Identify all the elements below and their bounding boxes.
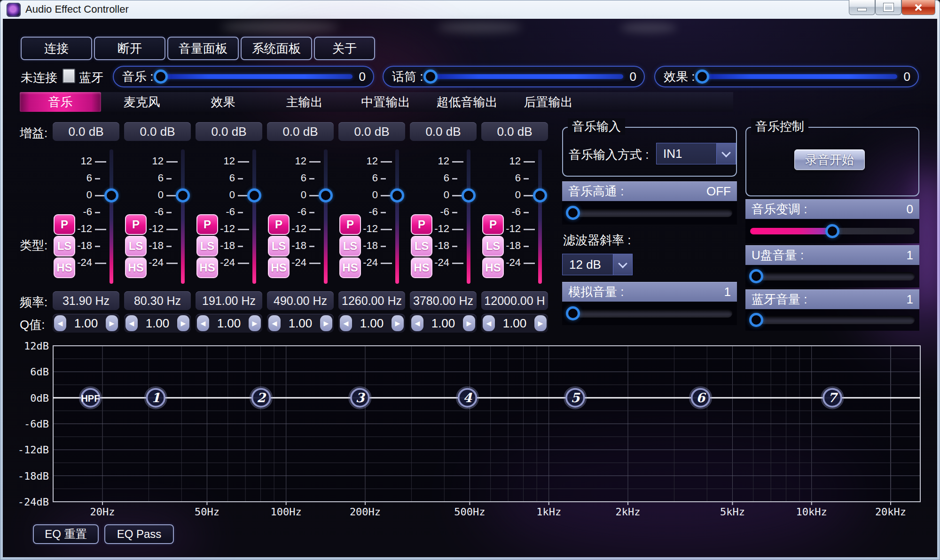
input-mode-select[interactable]: IN1 [656, 143, 736, 164]
usb-volume-slider-thumb[interactable] [749, 269, 763, 283]
band5-type-hs-button[interactable]: HS [339, 257, 361, 278]
analog-volume-slider-track[interactable] [567, 309, 732, 318]
band2-q-increment[interactable]: ▶ [177, 315, 189, 331]
eq-reset-button[interactable]: EQ 重置 [33, 524, 99, 544]
band2-type-ls-button[interactable]: LS [125, 236, 147, 257]
band7-gain-slider-thumb[interactable] [533, 188, 547, 202]
band6-gain-slider-thumb[interactable] [462, 188, 476, 202]
usb-volume-slider[interactable] [745, 265, 919, 288]
band6-type-ls-button[interactable]: LS [411, 236, 432, 257]
band4-q-increment[interactable]: ▶ [320, 315, 332, 331]
band6-type-p-button[interactable]: P [411, 214, 432, 235]
effect-slider-track[interactable] [702, 74, 897, 79]
band5-type-ls-button[interactable]: LS [339, 236, 361, 257]
band7-scale-label-0: 0 [485, 189, 521, 201]
band4-q-decrement[interactable]: ◀ [268, 315, 281, 331]
band4-gain-slider-track[interactable] [324, 149, 328, 284]
tab-中置输出[interactable]: 中置输出 [345, 92, 426, 112]
music-slider-track[interactable] [161, 74, 352, 79]
band1-q-increment[interactable]: ▶ [106, 315, 118, 331]
toolbar-button-1[interactable]: 连接 [21, 37, 92, 60]
band5-gain-slider-thumb[interactable] [390, 188, 404, 202]
band4-type-ls-button[interactable]: LS [268, 236, 290, 257]
highpass-label: 音乐高通 : [568, 183, 624, 200]
pitch-slider-thumb[interactable] [825, 224, 839, 238]
analog-volume-slider-thumb[interactable] [566, 306, 580, 320]
filter-slope-select[interactable]: 12 dB [562, 254, 633, 275]
band5-gain-slider-track[interactable] [395, 149, 399, 284]
highpass-slider-thumb[interactable] [566, 206, 580, 220]
band5-q-decrement[interactable]: ◀ [340, 315, 352, 331]
record-start-button[interactable]: 录音开始 [794, 149, 865, 170]
bluetooth-checkbox[interactable] [63, 69, 75, 83]
highpass-slider[interactable] [562, 201, 737, 225]
effect-slider[interactable] [695, 67, 899, 86]
bluetooth-volume-slider[interactable] [745, 309, 919, 331]
band7-type-ls-button[interactable]: LS [482, 236, 504, 257]
music-slider[interactable] [153, 67, 354, 86]
band3-q-decrement[interactable]: ◀ [197, 315, 209, 331]
band5-q-increment[interactable]: ▶ [392, 315, 404, 331]
music-slider-thumb[interactable] [154, 70, 168, 84]
bluetooth-label: 蓝牙 [79, 70, 103, 86]
band3-gain-slider-thumb[interactable] [247, 188, 261, 202]
band7-q-increment[interactable]: ▶ [534, 315, 547, 331]
band2-type-p-button[interactable]: P [125, 214, 147, 235]
pitch-slider[interactable] [745, 219, 919, 243]
band6-q-decrement[interactable]: ◀ [411, 315, 423, 331]
minimize-button[interactable] [849, 0, 875, 15]
band5-type-p-button[interactable]: P [339, 214, 361, 235]
band3-q-increment[interactable]: ▶ [249, 315, 261, 331]
band2-q-value: 1.00 [138, 316, 177, 331]
band2-gain-slider-track[interactable] [181, 149, 185, 284]
band1-gain-slider-thumb[interactable] [104, 188, 118, 202]
band7-type-p-button[interactable]: P [482, 214, 504, 235]
band4-type-p-button[interactable]: P [268, 214, 290, 235]
band1-type-p-button[interactable]: P [54, 214, 75, 235]
highpass-slider-track[interactable] [567, 209, 732, 217]
band3-gain-slider-track[interactable] [252, 149, 256, 284]
bluetooth-volume-slider-thumb[interactable] [749, 313, 763, 327]
tab-音乐[interactable]: 音乐 [20, 92, 101, 112]
close-button[interactable] [901, 0, 935, 15]
tab-麦克风[interactable]: 麦克风 [101, 92, 182, 112]
band1-type-ls-button[interactable]: LS [54, 236, 75, 257]
toolbar-button-4[interactable]: 系统面板 [241, 37, 312, 60]
band7-q-decrement[interactable]: ◀ [483, 315, 495, 331]
band2-q-decrement[interactable]: ◀ [125, 315, 138, 331]
toolbar-button-3[interactable]: 音量面板 [167, 37, 239, 60]
band6-gain-slider-track[interactable] [467, 149, 470, 284]
tab-主输出[interactable]: 主输出 [264, 92, 345, 112]
band2-type-hs-button[interactable]: HS [125, 257, 147, 278]
band4-type-hs-button[interactable]: HS [268, 257, 290, 278]
band7-type-hs-button[interactable]: HS [482, 257, 504, 278]
tab-超低音输出[interactable]: 超低音输出 [426, 92, 508, 112]
band7-gain-slider-track[interactable] [538, 149, 542, 284]
tab-后置输出[interactable]: 后置输出 [508, 92, 589, 112]
mic-slider-track[interactable] [431, 74, 623, 79]
band1-type-hs-button[interactable]: HS [54, 257, 75, 278]
tab-效果[interactable]: 效果 [182, 92, 264, 112]
band3-type-ls-button[interactable]: LS [196, 236, 218, 257]
band1-scale-label-12: 12 [56, 155, 92, 167]
mic-slider[interactable] [423, 67, 625, 86]
toolbar-button-5[interactable]: 关于 [314, 37, 375, 60]
band1-q-decrement[interactable]: ◀ [54, 315, 66, 331]
bluetooth-volume-slider-track[interactable] [750, 316, 915, 324]
band1-gain-slider-track[interactable] [110, 149, 113, 284]
band1-scale-tick [95, 229, 106, 230]
toolbar-button-2[interactable]: 断开 [94, 37, 165, 60]
band4-scale-label-12: 12 [271, 155, 306, 167]
eq-pass-button[interactable]: EQ Pass [104, 524, 174, 544]
analog-volume-slider[interactable] [562, 302, 737, 325]
band6-q-increment[interactable]: ▶ [463, 315, 475, 331]
maximize-button[interactable] [875, 0, 901, 15]
band6-type-hs-button[interactable]: HS [411, 257, 432, 278]
band3-type-p-button[interactable]: P [196, 214, 218, 235]
band3-type-hs-button[interactable]: HS [196, 257, 218, 278]
mic-slider-thumb[interactable] [423, 70, 438, 84]
band2-gain-slider-thumb[interactable] [176, 188, 190, 202]
effect-slider-thumb[interactable] [695, 70, 709, 84]
band4-gain-slider-thumb[interactable] [319, 188, 333, 202]
usb-volume-slider-track[interactable] [750, 272, 915, 280]
